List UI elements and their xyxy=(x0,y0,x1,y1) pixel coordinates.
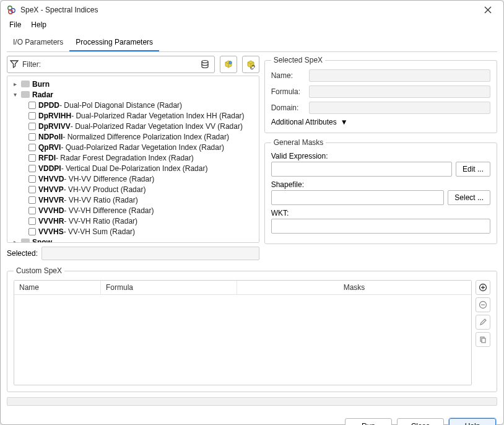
checkbox[interactable] xyxy=(28,144,36,151)
tree-node-label: Burn xyxy=(32,80,50,89)
checkbox[interactable] xyxy=(28,228,36,235)
filter-input[interactable] xyxy=(43,58,198,71)
item-desc: - Quad-Polarized Radar Vegetation Index … xyxy=(61,143,224,152)
shapefile-input[interactable] xyxy=(271,190,445,205)
tree-node-label: Radar xyxy=(32,90,53,99)
name-label: Name: xyxy=(271,71,305,80)
filter-box: Filter: xyxy=(7,56,215,73)
item-abbr: VVVHR xyxy=(38,217,64,226)
col-masks[interactable]: Masks xyxy=(237,281,471,294)
tree-item-vhvvr[interactable]: VHVVR - VH-VV Ratio (Radar) xyxy=(7,195,259,205)
checkbox[interactable] xyxy=(28,133,36,141)
item-desc: - Normalized Difference Polarization Ind… xyxy=(63,133,229,141)
checkbox[interactable] xyxy=(28,196,36,204)
tree-item-vvvhd[interactable]: VVVHD - VV-VH Difference (Radar) xyxy=(7,205,259,216)
database-icon-button[interactable] xyxy=(198,58,212,71)
content-area: I/O Parameters Processing Parameters Fil… xyxy=(1,30,503,412)
item-abbr: RFDI xyxy=(38,154,56,162)
window-close-button[interactable] xyxy=(479,1,497,19)
tree-item-dprvihh[interactable]: DpRVIHH - Dual-Polarized Radar Vegetatio… xyxy=(7,110,259,121)
table-header: Name Formula Masks xyxy=(14,281,471,295)
checkbox[interactable] xyxy=(28,207,36,214)
tree-item-ndpoli[interactable]: NDPolI - Normalized Difference Polarizat… xyxy=(7,131,259,142)
tree-node-burn[interactable]: ▸ Burn xyxy=(7,79,259,89)
help-button[interactable]: Help xyxy=(449,418,496,425)
tree-node-radar[interactable]: ▾ Radar xyxy=(7,89,259,100)
menu-help[interactable]: Help xyxy=(26,19,51,30)
formula-value xyxy=(309,85,490,98)
item-abbr: NDPolI xyxy=(38,133,63,141)
remove-button[interactable] xyxy=(476,297,490,312)
tree-item-dpdd[interactable]: DPDD - Dual-Pol Diagonal Distance (Radar… xyxy=(7,100,259,110)
checkbox[interactable] xyxy=(28,112,36,120)
folder-icon xyxy=(21,239,30,243)
edit-row-button[interactable] xyxy=(476,315,490,330)
selected-row: Selected: xyxy=(7,247,259,260)
horizontal-scrollbar[interactable] xyxy=(7,397,497,406)
checkbox[interactable] xyxy=(28,123,36,130)
chain-cube-icon-button[interactable] xyxy=(242,56,259,73)
custom-spex-table[interactable]: Name Formula Masks xyxy=(14,280,472,385)
tree-item-vhvvd[interactable]: VHVVD - VH-VV Difference (Radar) xyxy=(7,173,259,184)
item-abbr: VVVHS xyxy=(38,227,64,236)
domain-label: Domain: xyxy=(271,103,305,112)
tree-item-dprvivv[interactable]: DpRVIVV - Dual-Polarized Radar Vegetatio… xyxy=(7,121,259,131)
tree-item-vvvhs[interactable]: VVVHS - VV-VH Sum (Radar) xyxy=(7,226,259,237)
checkbox[interactable] xyxy=(28,175,36,183)
select-button[interactable]: Select ... xyxy=(448,190,490,205)
menu-file[interactable]: File xyxy=(4,19,26,30)
item-abbr: VHVVR xyxy=(38,196,64,204)
app-icon xyxy=(7,5,17,15)
name-value xyxy=(309,69,490,82)
titlebar: SpeX - Spectral Indices xyxy=(1,1,503,19)
edit-button[interactable]: Edit ... xyxy=(456,162,490,177)
general-masks-fieldset: General Masks Valid Expression: Edit ...… xyxy=(264,138,497,244)
checkbox[interactable] xyxy=(28,165,36,172)
chevron-down-icon: ▼ xyxy=(341,118,348,126)
item-abbr: QpRVI xyxy=(38,143,61,152)
run-button[interactable]: Run xyxy=(345,418,392,425)
tree-item-rfdi[interactable]: RFDI - Radar Forest Degradation Index (R… xyxy=(7,152,259,163)
cube-icon-button[interactable] xyxy=(220,56,237,73)
tabs: I/O Parameters Processing Parameters xyxy=(7,34,497,52)
item-desc: - Vertical Dual De-Polarization Index (R… xyxy=(61,164,208,173)
footer: Run Close Help xyxy=(1,412,503,425)
checkbox[interactable] xyxy=(28,186,36,193)
item-desc: - Dual-Pol Diagonal Distance (Radar) xyxy=(59,101,182,110)
item-desc: - VH-VV Ratio (Radar) xyxy=(64,196,137,204)
wkt-input[interactable] xyxy=(271,219,490,234)
col-formula[interactable]: Formula xyxy=(101,281,237,294)
checkbox[interactable] xyxy=(28,102,36,109)
general-masks-legend: General Masks xyxy=(271,138,326,147)
checkbox[interactable] xyxy=(28,217,36,225)
tab-io-parameters[interactable]: I/O Parameters xyxy=(7,34,69,51)
tree-item-qprvi[interactable]: QpRVI - Quad-Polarized Radar Vegetation … xyxy=(7,142,259,152)
svg-point-4 xyxy=(228,61,232,64)
copy-button[interactable] xyxy=(476,332,490,347)
shapefile-label: Shapefile: xyxy=(271,180,490,189)
item-abbr: DpRVIVV xyxy=(38,122,71,131)
filter-label: Filter: xyxy=(22,60,41,69)
chevron-down-icon: ▾ xyxy=(11,91,19,98)
col-name[interactable]: Name xyxy=(14,281,101,294)
tree-node-snow[interactable]: ▸ Snow xyxy=(7,237,259,243)
left-column: Filter: xyxy=(7,56,259,260)
wkt-label: WKT: xyxy=(271,209,490,217)
chevron-right-icon: ▸ xyxy=(11,239,19,243)
valid-expression-input[interactable] xyxy=(271,162,452,177)
checkbox[interactable] xyxy=(28,154,36,162)
additional-attributes-label: Additional Attributes xyxy=(271,118,337,126)
tree-item-vvvhr[interactable]: VVVHR - VV-VH Ratio (Radar) xyxy=(7,216,259,226)
add-button[interactable] xyxy=(476,280,490,295)
tree-item-vhvvp[interactable]: VHVVP - VH-VV Product (Radar) xyxy=(7,184,259,195)
additional-attributes-toggle[interactable]: Additional Attributes ▼ xyxy=(271,118,490,126)
domain-value xyxy=(309,102,490,114)
item-desc: - Dual-Polarized Radar Vegetation Index … xyxy=(71,112,244,120)
tab-processing-parameters[interactable]: Processing Parameters xyxy=(69,34,159,51)
selected-value xyxy=(41,247,259,260)
work-row: Filter: xyxy=(7,56,497,260)
window-title: SpeX - Spectral Indices xyxy=(20,6,479,14)
tree-item-vddpi[interactable]: VDDPI - Vertical Dual De-Polarization In… xyxy=(7,163,259,173)
spex-tree[interactable]: ▸ Burn ▾ Radar DPDD - Dual-Pol Diagonal … xyxy=(7,76,259,243)
close-button[interactable]: Close xyxy=(397,418,444,425)
